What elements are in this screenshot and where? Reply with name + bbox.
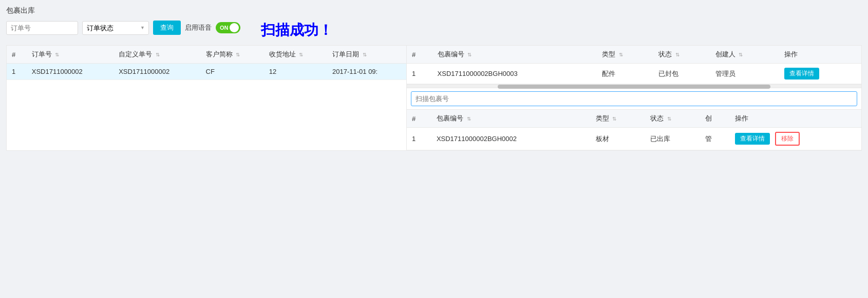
scan-package-input[interactable]: [411, 91, 857, 106]
col-custom-no: 自定义单号 ⇅: [114, 46, 200, 64]
right-lower-table-header: # 包裹编号 ⇅ 类型 ⇅ 状态 ⇅ 创 操作: [407, 110, 861, 128]
cell-type: 板材: [591, 128, 646, 150]
col-date: 订单日期 ⇅: [327, 46, 406, 64]
ru-col-action: 操作: [779, 46, 861, 64]
scan-input-area: [407, 88, 861, 110]
rl-col-status: 状态 ⇅: [645, 110, 700, 128]
order-status-select[interactable]: 订单状态: [82, 21, 149, 35]
cell-address: 12: [264, 64, 327, 80]
cell-creator: 管理员: [710, 64, 779, 84]
right-upper-data-table: # 包裹编号 ⇅ 类型 ⇅ 状态 ⇅ 创建人 ⇅ 操作 1 XSD1711000…: [407, 46, 861, 84]
ru-col-type: 类型 ⇅: [597, 46, 653, 64]
main-content: # 订单号 ⇅ 自定义单号 ⇅ 客户简称 ⇅ 收货地址 ⇅ 订单日期 ⇅ 1 X…: [6, 45, 862, 151]
right-upper-table-header: # 包裹编号 ⇅ 类型 ⇅ 状态 ⇅ 创建人 ⇅ 操作: [407, 46, 861, 64]
scroll-track[interactable]: [407, 84, 861, 88]
right-upper-table: # 包裹编号 ⇅ 类型 ⇅ 状态 ⇅ 创建人 ⇅ 操作 1 XSD1711000…: [407, 46, 861, 84]
ru-col-index: #: [407, 46, 432, 64]
ru-col-pkg-no: 包裹编号 ⇅: [432, 46, 597, 64]
left-table: # 订单号 ⇅ 自定义单号 ⇅ 客户简称 ⇅ 收货地址 ⇅ 订单日期 ⇅ 1 X…: [7, 46, 406, 80]
detail-button[interactable]: 查看详情: [735, 133, 770, 145]
voice-toggle[interactable]: ON: [216, 22, 240, 33]
ru-col-creator: 创建人 ⇅: [710, 46, 779, 64]
table-row: 1 XSD1711000002BGH0002 板材 已出库 管 查看详情 移除: [407, 128, 861, 150]
toolbar: 订单状态 查询 启用语音 ON: [6, 21, 240, 35]
page-wrapper: 包裹出库 订单状态 查询 启用语音 ON 扫描成功！: [0, 0, 868, 298]
cell-action: 查看详情 移除: [730, 128, 861, 150]
cell-pkg-no: XSD1711000002BGH0003: [432, 64, 597, 84]
col-address: 收货地址 ⇅: [264, 46, 327, 64]
cell-custom-no: XSD1711000002: [114, 64, 200, 80]
voice-label: 启用语音: [185, 23, 212, 32]
table-row: 1 XSD1711000002BGH0003 配件 已封包 管理员 查看详情: [407, 64, 861, 84]
cell-action: 查看详情: [779, 64, 861, 84]
query-button[interactable]: 查询: [153, 21, 181, 35]
ru-col-status: 状态 ⇅: [653, 46, 710, 64]
cell-index: 1: [7, 64, 27, 80]
rl-col-type: 类型 ⇅: [591, 110, 646, 128]
rl-col-pkg-no: 包裹编号 ⇅: [431, 110, 591, 128]
col-customer: 客户简称 ⇅: [201, 46, 264, 64]
cell-index: 1: [407, 128, 431, 150]
cell-order-no: XSD1711000002: [27, 64, 114, 80]
remove-button[interactable]: 移除: [775, 132, 800, 146]
cell-customer: CF: [201, 64, 264, 80]
toggle-knob: [230, 23, 239, 32]
col-index: #: [7, 46, 27, 64]
left-panel: # 订单号 ⇅ 自定义单号 ⇅ 客户简称 ⇅ 收货地址 ⇅ 订单日期 ⇅ 1 X…: [6, 45, 407, 151]
right-lower-table: # 包裹编号 ⇅ 类型 ⇅ 状态 ⇅ 创 操作 1 XSD1711000002B…: [407, 110, 861, 150]
scan-success-text: 扫描成功！: [261, 21, 333, 40]
order-no-input[interactable]: [6, 21, 78, 35]
cell-date: 2017-11-01 09:: [327, 64, 406, 80]
detail-button[interactable]: 查看详情: [784, 68, 819, 80]
col-order-no: 订单号 ⇅: [27, 46, 114, 64]
rl-col-action: 操作: [730, 110, 861, 128]
table-row[interactable]: 1 XSD1711000002 XSD1711000002 CF 12 2017…: [7, 64, 406, 80]
cell-status: 已封包: [653, 64, 710, 84]
scroll-thumb: [498, 85, 770, 89]
cell-type: 配件: [597, 64, 653, 84]
right-lower-data-table: # 包裹编号 ⇅ 类型 ⇅ 状态 ⇅ 创 操作 1 XSD1711000002B…: [407, 110, 861, 150]
left-table-header: # 订单号 ⇅ 自定义单号 ⇅ 客户简称 ⇅ 收货地址 ⇅ 订单日期 ⇅: [7, 46, 406, 64]
cell-creator: 管: [700, 128, 730, 150]
right-panel: # 包裹编号 ⇅ 类型 ⇅ 状态 ⇅ 创建人 ⇅ 操作 1 XSD1711000…: [407, 45, 862, 151]
cell-pkg-no: XSD1711000002BGH0002: [431, 128, 591, 150]
cell-index: 1: [407, 64, 432, 84]
page-title: 包裹出库: [6, 6, 862, 15]
rl-col-creator: 创: [700, 110, 730, 128]
cell-status: 已出库: [645, 128, 700, 150]
toggle-label: ON: [220, 25, 229, 31]
order-status-select-wrapper: 订单状态: [82, 21, 149, 35]
rl-col-index: #: [407, 110, 431, 128]
